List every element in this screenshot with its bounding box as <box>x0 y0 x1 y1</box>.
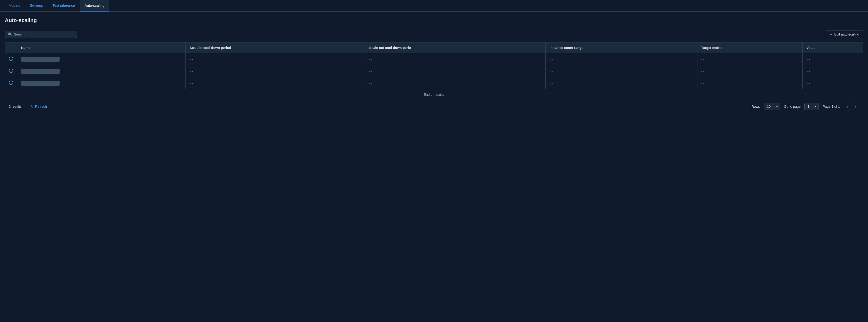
row-1-instance-count: - - <box>546 53 698 65</box>
results-count: 3 results <box>9 105 22 108</box>
rows-label: Rows <box>751 105 760 108</box>
auto-scaling-table: Name Scale in cool down period Scale out… <box>5 42 863 113</box>
row-2-name-placeholder <box>21 69 60 74</box>
table-row: - - - - - - - - - - <box>5 65 863 77</box>
row-2-scale-out: - - <box>365 65 545 77</box>
edit-auto-scaling-button[interactable]: ✏ Edit auto-scaling <box>826 30 863 38</box>
table-row: - - - - - - - - - - <box>5 77 863 89</box>
col-scale-out: Scale out cool down perio <box>365 42 545 53</box>
row-2-scale-in: - - <box>186 65 365 77</box>
next-page-button[interactable]: › <box>852 103 859 110</box>
search-icon: 🔍 <box>8 32 12 36</box>
col-target-metric: Target metric <box>697 42 803 53</box>
row-1-scale-in: - - <box>186 53 365 65</box>
col-name: Name <box>17 42 186 53</box>
edit-button-label: Edit auto-scaling <box>834 32 859 36</box>
row-2-instance-count: - - <box>546 65 698 77</box>
row-1-value: - - <box>803 53 863 65</box>
row-1-radio[interactable] <box>9 57 13 61</box>
col-instance-count: Instance count range <box>546 42 698 53</box>
row-1-scale-out: - - <box>365 53 545 65</box>
tab-models[interactable]: Models <box>4 0 25 11</box>
tab-navigation: Models Settings Test inference Auto-scal… <box>0 0 868 11</box>
table-row: - - - - - - - - - - <box>5 53 863 65</box>
refresh-button[interactable]: ↻ Refresh <box>28 103 49 110</box>
page-input-container: 1 ▼ <box>804 103 819 110</box>
pagination-nav: ‹ › <box>844 103 859 110</box>
row-1-target-metric: - - <box>697 53 803 65</box>
footer-right: Rows 10 25 50 100 ▼ Go to page 1 ▼ <box>751 103 859 110</box>
edit-icon: ✏ <box>830 33 832 36</box>
search-container: 🔍 <box>5 31 77 38</box>
row-3-select-cell <box>5 77 17 89</box>
table-header-row: Name Scale in cool down period Scale out… <box>5 42 863 53</box>
page-content: Auto-scaling 🔍 ✏ Edit auto-scaling Name … <box>0 11 868 119</box>
goto-page-select[interactable]: 1 <box>804 103 819 110</box>
row-3-scale-in: - - <box>186 77 365 89</box>
refresh-icon: ↻ <box>31 105 34 108</box>
page-title: Auto-scaling <box>5 17 863 24</box>
row-1-name-cell <box>17 53 186 65</box>
search-input[interactable] <box>14 32 74 36</box>
row-3-scale-out: - - <box>365 77 545 89</box>
row-2-target-metric: - - <box>697 65 803 77</box>
goto-page-label: Go to page <box>784 105 801 108</box>
row-2-value: - - <box>803 65 863 77</box>
tab-test-inference[interactable]: Test inference <box>48 0 80 11</box>
row-3-target-metric: - - <box>697 77 803 89</box>
tab-settings[interactable]: Settings <box>25 0 48 11</box>
table-footer: 3 results ↻ Refresh Rows 10 25 50 100 ▼ … <box>5 100 863 113</box>
refresh-label: Refresh <box>35 105 47 108</box>
row-3-value: - - <box>803 77 863 89</box>
row-2-name-cell <box>17 65 186 77</box>
row-1-select-cell <box>5 53 17 65</box>
rows-select-container: 10 25 50 100 ▼ <box>764 103 780 110</box>
page-info: Page 1 of 1 <box>823 105 840 108</box>
row-3-instance-count: - - <box>546 77 698 89</box>
row-2-radio[interactable] <box>9 69 13 73</box>
row-2-select-cell <box>5 65 17 77</box>
rows-per-page-select[interactable]: 10 25 50 100 <box>764 103 780 110</box>
end-of-results: End of results <box>5 89 863 100</box>
tab-auto-scaling[interactable]: Auto-scaling <box>80 0 109 11</box>
col-scale-in: Scale in cool down period <box>186 42 365 53</box>
row-3-name-placeholder <box>21 81 60 86</box>
col-select <box>5 42 17 53</box>
prev-page-button[interactable]: ‹ <box>844 103 851 110</box>
row-3-name-cell <box>17 77 186 89</box>
row-1-name-placeholder <box>21 57 60 62</box>
toolbar: 🔍 ✏ Edit auto-scaling <box>5 30 863 38</box>
row-3-radio[interactable] <box>9 81 13 85</box>
col-value: Value <box>803 42 863 53</box>
